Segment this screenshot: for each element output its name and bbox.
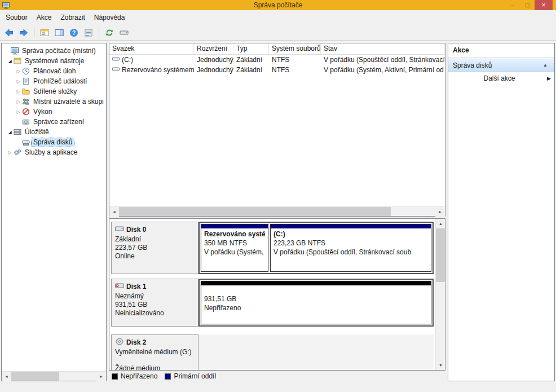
disk2-label[interactable]: Disk 2 Vyměnitelné médium (G:) Žádné méd… (111, 334, 198, 370)
menu-zobrazit[interactable]: Zobrazit (56, 11, 89, 24)
column-header-typ[interactable]: Typ (233, 43, 269, 54)
expand-arrow-icon[interactable]: ▷ (15, 99, 22, 104)
console-tree-button[interactable] (38, 27, 51, 39)
tree-item-task-scheduler[interactable]: ▷ Plánovač úloh (2, 66, 106, 76)
scroll-left-icon[interactable]: ◄ (109, 207, 119, 217)
disk-type: Základní (115, 235, 195, 244)
scroll-thumb[interactable] (119, 207, 391, 216)
volume-layout: Jednoduchý (194, 55, 233, 65)
computer-icon (11, 47, 20, 55)
tree-item-event-viewer[interactable]: ▷ Prohlížeč událostí (2, 76, 106, 86)
tree-item-performance[interactable]: ▷ Výkon (2, 107, 106, 117)
unallocated-region[interactable]: 931,51 GB Nepřiřazeno (201, 281, 431, 324)
minimize-button[interactable]: – (505, 0, 520, 10)
expand-arrow-icon[interactable]: ◢ (6, 59, 14, 64)
disk-management-panel: Svazek Rozvržení Typ Systém souborů Stav… (109, 43, 445, 381)
partition-system-reserved[interactable]: Rezervováno systé 350 MB NTFS V pořádku … (201, 224, 268, 272)
disk-row-0: Disk 0 Základní 223,57 GB Online Rezervo… (111, 222, 434, 274)
column-header-system-souboru[interactable]: Systém souborů (269, 43, 321, 54)
disk-management-icon (22, 138, 32, 146)
tree-horizontal-scrollbar[interactable]: ◄ ► (2, 371, 106, 381)
volume-row-c[interactable]: (C:) Jednoduchý Základní NTFS V pořádku … (109, 55, 445, 65)
scroll-thumb[interactable] (436, 228, 445, 282)
scroll-up-icon[interactable]: ▲ (436, 219, 445, 228)
titlebar[interactable]: Správa počítače – □ × (0, 0, 556, 10)
volume-type: Základní (233, 65, 269, 75)
collapse-chevron-icon[interactable]: ▲ (543, 63, 550, 68)
menubar: Soubor Akce Zobrazit Nápověda (0, 10, 556, 25)
scroll-left-icon[interactable]: ◄ (2, 372, 11, 381)
disk0-partitions: Rezervováno systé 350 MB NTFS V pořádku … (198, 222, 434, 274)
tree-item-computer-management[interactable]: Správa počítače (místní) (2, 46, 106, 56)
action-pane-button[interactable] (53, 27, 65, 39)
scroll-right-icon[interactable]: ► (435, 207, 445, 217)
local-users-icon (22, 98, 32, 105)
tree-item-storage[interactable]: ◢ Úložiště (2, 127, 106, 137)
computer-management-window: Správa počítače – □ × Soubor Akce Zobraz… (0, 0, 556, 392)
partition-size: 223,23 GB NTFS (273, 239, 428, 248)
expand-arrow-icon[interactable]: ▷ (6, 150, 14, 155)
expand-arrow-icon[interactable]: ▷ (15, 69, 22, 74)
partition-status: V pořádku (Systém, (204, 248, 265, 257)
scroll-track[interactable] (11, 372, 96, 381)
column-header-rozvrzeni[interactable]: Rozvržení (194, 43, 233, 54)
partition-c[interactable]: (C:) 223,23 GB NTFS V pořádku (Spouštěcí… (270, 224, 431, 272)
disk1-label[interactable]: Disk 1 Neznámý 931,51 GB Neinicializován… (111, 279, 198, 327)
partition-color-strip (201, 224, 268, 228)
expand-arrow-icon[interactable]: ▷ (15, 109, 22, 114)
menu-soubor[interactable]: Soubor (1, 11, 32, 24)
volume-row-system-reserved[interactable]: Rezervováno systémem Jednoduchý Základní… (109, 65, 445, 75)
disk-status: Žádné médium (115, 364, 195, 370)
toolbar-separator (34, 28, 34, 38)
actions-panel: Akce Správa disků ▲ Další akce ▶ (448, 43, 555, 381)
menu-napoveda[interactable]: Nápověda (90, 11, 130, 24)
help-button[interactable]: ? (68, 27, 80, 39)
scroll-track[interactable] (436, 228, 445, 360)
scroll-thumb[interactable] (11, 372, 59, 381)
volume-horizontal-scrollbar[interactable]: ◄ ► (109, 206, 445, 216)
refresh-button[interactable] (103, 27, 116, 39)
more-actions-item[interactable]: Další akce ▶ (448, 72, 554, 85)
close-button[interactable]: × (535, 0, 553, 10)
column-header-stav[interactable]: Stav (321, 43, 445, 54)
tree-item-local-users-groups[interactable]: ▷ Místní uživatelé a skupi (2, 96, 106, 107)
scroll-down-icon[interactable]: ▼ (436, 360, 445, 370)
tree-item-device-manager[interactable]: Správce zařízení (2, 117, 106, 127)
disk-status: Online (115, 252, 195, 261)
disk-size: 223,57 GB (115, 244, 195, 252)
partition-size: 931,51 GB (204, 294, 428, 303)
device-manager-icon (22, 118, 32, 126)
disk-drive-warning-icon (115, 282, 124, 291)
forward-button[interactable] (17, 27, 30, 39)
volume-name: Rezervováno systémem (122, 66, 194, 74)
column-header-svazek[interactable]: Svazek (109, 43, 194, 54)
disk2-partitions (198, 334, 434, 370)
volume-filesystem: NTFS (269, 55, 321, 65)
menu-akce[interactable]: Akce (32, 11, 56, 24)
actions-section-disk-management[interactable]: Správa disků ▲ (448, 59, 554, 72)
maximize-button[interactable]: □ (520, 0, 535, 10)
disk0-label[interactable]: Disk 0 Základní 223,57 GB Online (111, 222, 198, 274)
scroll-right-icon[interactable]: ► (96, 372, 106, 381)
tree-item-shared-folders[interactable]: ▷ Sdílené složky (2, 86, 106, 96)
expand-arrow-icon[interactable]: ▷ (15, 89, 22, 94)
tree-item-services-applications[interactable]: ▷ Služby a aplikace (2, 147, 106, 157)
disk-properties-button[interactable] (118, 27, 130, 39)
tree-item-system-tools[interactable]: ◢ Systémové nástroje (2, 56, 106, 66)
expand-arrow-icon[interactable]: ◢ (6, 130, 14, 135)
more-actions-arrow-icon: ▶ (547, 76, 551, 81)
app-icon (2, 2, 10, 9)
scroll-track[interactable] (119, 207, 435, 216)
disk-name: Disk 1 (126, 283, 146, 290)
partition-title: (C:) (273, 230, 428, 239)
export-list-button[interactable] (82, 27, 95, 39)
expand-arrow-icon[interactable]: ▷ (15, 79, 22, 84)
back-button[interactable] (3, 27, 15, 39)
actions-panel-title: Akce (448, 43, 554, 58)
toolbar-separator (99, 28, 99, 38)
disk-name: Disk 2 (126, 338, 146, 346)
tree-item-disk-management[interactable]: Správa disků (2, 137, 106, 147)
diskview-vertical-scrollbar[interactable]: ▲ ▼ (435, 219, 445, 370)
disk-drive-icon (115, 225, 124, 234)
disk-status: Neinicializováno (115, 309, 195, 318)
